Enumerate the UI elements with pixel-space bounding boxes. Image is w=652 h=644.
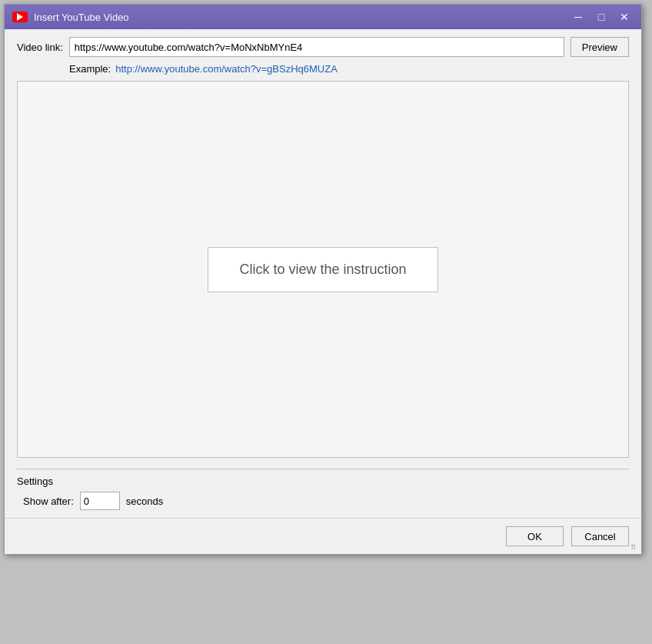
maximize-button[interactable]: □	[592, 9, 610, 25]
insert-youtube-dialog: Insert YouTube Video ─ □ ✕ Video link: P…	[4, 4, 642, 555]
example-link[interactable]: http://www.youtube.com/watch?v=gBSzHq6MU…	[115, 63, 338, 75]
seconds-label: seconds	[126, 496, 163, 507]
video-link-row: Video link: Preview	[17, 37, 629, 57]
title-bar-left: Insert YouTube Video	[12, 12, 129, 23]
dialog-body: Video link: Preview Example: http://www.…	[5, 29, 641, 518]
show-after-row: Show after: seconds	[17, 492, 629, 510]
video-link-input[interactable]	[69, 37, 564, 57]
window-controls: ─ □ ✕	[569, 9, 634, 25]
ok-button[interactable]: OK	[506, 526, 564, 546]
settings-section: Settings Show after: seconds	[17, 469, 629, 510]
resize-handle[interactable]: ⠿	[630, 543, 640, 552]
show-after-input[interactable]	[80, 492, 120, 510]
show-after-label: Show after:	[23, 496, 74, 507]
settings-title: Settings	[17, 475, 629, 487]
youtube-icon	[12, 12, 28, 22]
minimize-button[interactable]: ─	[569, 9, 587, 25]
instruction-box[interactable]: Click to view the instruction	[208, 247, 437, 292]
preview-area[interactable]: Click to view the instruction	[17, 81, 629, 458]
example-row: Example: http://www.youtube.com/watch?v=…	[17, 63, 629, 75]
title-bar: Insert YouTube Video ─ □ ✕	[5, 5, 641, 29]
dialog-title: Insert YouTube Video	[34, 12, 129, 23]
close-button[interactable]: ✕	[615, 9, 634, 25]
cancel-button[interactable]: Cancel	[571, 526, 629, 546]
preview-button[interactable]: Preview	[570, 37, 629, 57]
example-label: Example:	[69, 63, 111, 75]
dialog-footer: OK Cancel	[5, 518, 641, 554]
video-link-label: Video link:	[17, 42, 63, 53]
instruction-text: Click to view the instruction	[239, 262, 406, 277]
